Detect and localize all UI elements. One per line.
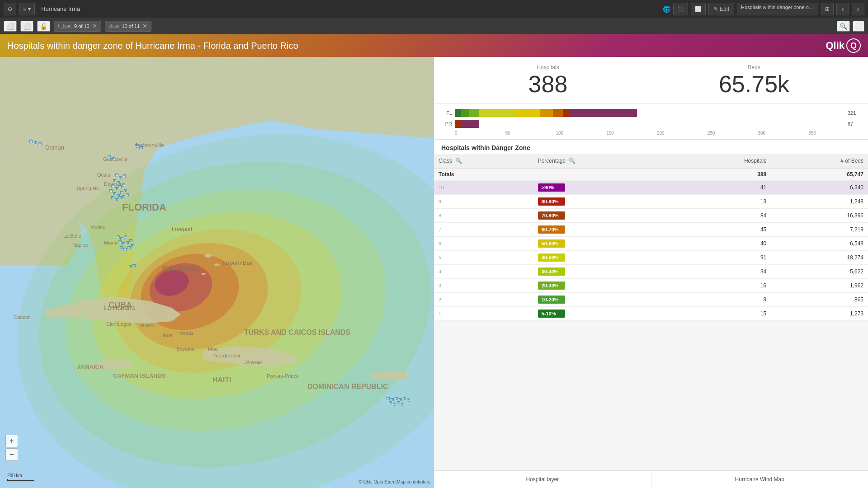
table-header-row: Class 🔍 Percentage 🔍 Hospitals # of Beds (434, 154, 868, 168)
fl-seg-2 (461, 109, 469, 117)
hospital-layer-button[interactable]: Hospital layer (434, 471, 651, 488)
class-chip-label: class (109, 23, 119, 28)
scale-bar (7, 479, 34, 481)
h-type-chip-value: 9 of 10 (74, 23, 90, 29)
filter-forward-btn[interactable]: ⬜ (20, 21, 33, 32)
map-area[interactable]: FLORIDA Jacksonville Gainesville Ocala D… (0, 57, 434, 488)
svg-text:H: H (113, 192, 116, 196)
beds-cell: 1,962 (771, 279, 868, 293)
table-row[interactable]: 15-10%151,273 (434, 307, 868, 321)
svg-text:FLORIDA: FLORIDA (122, 202, 166, 213)
table-body: Totals 388 65,747 10>90%416,340980-90%13… (434, 168, 868, 321)
class-num-cell: 10 (434, 181, 533, 195)
svg-text:Florida: Florida (176, 330, 193, 336)
pct-cell: 60-70% (533, 223, 676, 237)
window-btn[interactable]: ⬜ (691, 3, 706, 15)
pct-cell: 20-30% (533, 279, 676, 293)
header-banner: Hospitals within danger zone of Hurrican… (0, 34, 868, 57)
fullscreen-button[interactable]: ⛶ (853, 21, 864, 32)
table-row[interactable]: 540-50%9118,274 (434, 251, 868, 265)
table-area: Hospitals within Danger Zone Class 🔍 Per… (434, 140, 868, 470)
pencil-icon: ✎ (713, 6, 718, 12)
toolbar: ⊙ ≡ ▾ Hurricane Irma 🌐 ⬛ ⬜ ✎ Edit Hospit… (0, 0, 868, 18)
axis-150: 150 (606, 131, 657, 136)
axis-200: 200 (657, 131, 708, 136)
svg-text:H: H (113, 179, 116, 183)
svg-text:H: H (123, 175, 125, 178)
svg-text:H: H (39, 143, 41, 146)
class-search-icon[interactable]: 🔍 (455, 158, 462, 164)
list-button[interactable]: ≡ ▾ (19, 3, 35, 15)
svg-text:H: H (393, 403, 396, 406)
back-icon: ‹ (842, 5, 844, 13)
table-row[interactable]: 430-40%345,622 (434, 265, 868, 279)
h-type-chip-close[interactable]: ✕ (92, 23, 97, 29)
totals-hospitals: 388 (676, 168, 771, 181)
edit-button[interactable]: ✎ Edit (708, 3, 734, 15)
svg-text:H: H (112, 185, 114, 188)
qlik-text: Qlik (826, 40, 844, 52)
svg-text:H: H (120, 246, 123, 249)
h-type-filter-chip[interactable]: h_type 9 of 10 ✕ (54, 21, 101, 32)
fl-seg-8 (563, 109, 569, 117)
zoom-out-button[interactable]: − (5, 448, 18, 461)
hospitals-kpi: Hospitals 388 (445, 64, 651, 96)
bar-chart-area: FL 321 PR (434, 103, 868, 140)
back-button[interactable]: ‹ (836, 3, 849, 15)
svg-text:H: H (119, 197, 121, 200)
right-panel: Hospitals 388 Beds 65.75k FL (434, 57, 868, 488)
main-content: FLORIDA Jacksonville Gainesville Ocala D… (0, 57, 868, 488)
fl-seg-7 (553, 109, 563, 117)
svg-text:H: H (128, 246, 130, 249)
svg-text:Morón: Morón (140, 323, 154, 328)
filter-back-btn[interactable]: ⬜ (4, 21, 17, 32)
svg-text:Venice: Venice (90, 224, 105, 230)
svg-text:H: H (117, 236, 119, 239)
search-button[interactable]: 🔍 (837, 21, 850, 32)
wind-map-button[interactable]: Hurricane Wind Map (651, 471, 868, 488)
table-row[interactable]: 10>90%416,340 (434, 181, 868, 195)
pct-cell: 5-10% (533, 307, 676, 321)
beds-cell: 7,219 (771, 223, 868, 237)
pct-cell: 10-20% (533, 293, 676, 307)
screen-btn[interactable]: ⬛ (673, 3, 688, 15)
forward-button[interactable]: › (852, 3, 864, 15)
table-row[interactable]: 320-30%161,962 (434, 279, 868, 293)
map-scale: 200 km (7, 473, 34, 481)
home-button[interactable]: ⊙ (4, 3, 16, 15)
hospitals-cell: 15 (676, 307, 771, 321)
svg-text:Ocala: Ocala (97, 172, 111, 178)
fl-label: FL (443, 110, 452, 116)
svg-text:H: H (397, 402, 400, 405)
svg-text:H: H (34, 141, 37, 145)
compass-icon: ⊙ (8, 6, 12, 12)
svg-text:CAYMAN ISLANDS: CAYMAN ISLANDS (113, 372, 166, 379)
table-row[interactable]: 760-70%457,219 (434, 223, 868, 237)
table-row[interactable]: 650-60%406,548 (434, 237, 868, 251)
hospitals-cell: 34 (676, 265, 771, 279)
beds-cell: 6,548 (771, 237, 868, 251)
h-type-chip-label: h_type (58, 23, 71, 28)
forward-icon: › (857, 5, 859, 13)
table-row[interactable]: 980-90%131,248 (434, 195, 868, 209)
class-filter-chip[interactable]: class 10 of 11 ✕ (105, 21, 152, 32)
filter-lock-btn[interactable]: 🔒 (37, 21, 50, 32)
svg-text:Jérémie: Jérémie (244, 360, 262, 365)
hospitals-cell: 16 (676, 279, 771, 293)
svg-text:H: H (133, 264, 135, 267)
svg-text:Tarpum Bay: Tarpum Bay (222, 259, 253, 266)
svg-text:H: H (126, 194, 128, 197)
axis-50: 50 (505, 131, 556, 136)
table-row[interactable]: 870-80%8416,396 (434, 209, 868, 223)
svg-text:H: H (119, 186, 121, 189)
svg-text:H: H (389, 402, 392, 405)
totals-row: Totals 388 65,747 (434, 168, 868, 181)
table-row[interactable]: 210-20%9865 (434, 293, 868, 307)
grid-btn[interactable]: ⊞ (821, 3, 834, 15)
class-chip-close[interactable]: ✕ (142, 23, 147, 29)
qlik-q-icon: Q (846, 38, 861, 53)
pct-search-icon[interactable]: 🔍 (569, 158, 576, 164)
zoom-in-button[interactable]: + (5, 435, 18, 447)
fl-count: 321 (848, 110, 859, 116)
nav-title-label: Hospitals within danger zone of... (737, 3, 818, 15)
